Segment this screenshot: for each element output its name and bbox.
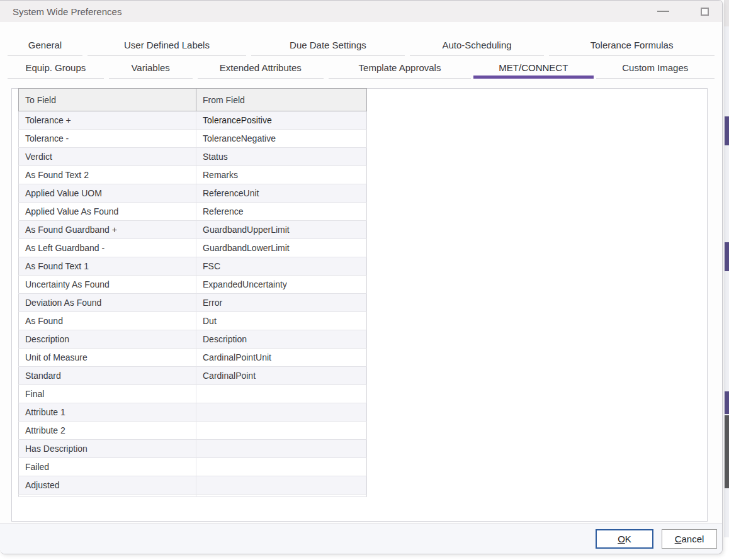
table-row: Attribute 2 [19,422,367,440]
from-field-cell[interactable]: TolerancePositive [196,111,367,130]
column-header-from-field[interactable]: From Field [196,89,367,111]
from-field-cell[interactable]: Reference [196,203,367,221]
background-accent-block [725,391,729,414]
tab-label: Template Approvals [359,62,441,73]
from-field-cell[interactable]: ExpandedUncertainty [196,276,367,294]
to-field-cell[interactable]: As Found Text 1 [19,257,196,276]
tab-label: Due Date Settings [290,40,366,50]
background-dark-block [725,415,729,488]
maximize-button[interactable] [697,4,712,19]
table-row: Applied Value As FoundReference [19,203,367,221]
tab-label: Auto-Scheduling [443,40,512,50]
minimize-button[interactable] [655,4,670,19]
to-field-cell[interactable]: As Found Guardband + [19,221,196,239]
from-field-cell[interactable]: Remarks [196,166,367,184]
to-field-cell[interactable]: Description [19,330,196,349]
tab-met-connect[interactable]: MET/CONNECT [473,56,593,79]
preferences-tab-strip: GeneralUser Defined LabelsDue Date Setti… [0,33,722,79]
tab-label: General [28,40,62,50]
to-field-cell[interactable]: Applied Value As Found [19,203,196,221]
table-row: As Left Guardband -GuardbandLowerLimit [19,239,367,257]
from-field-cell[interactable] [196,403,367,422]
table-row: VerdictStatus [19,148,367,166]
background-accent-block [725,242,729,271]
to-field-cell[interactable]: As Found Text 2 [19,166,196,184]
tab-auto-scheduling[interactable]: Auto-Scheduling [407,33,546,56]
from-field-cell[interactable]: GuardbandLowerLimit [196,239,367,257]
to-field-cell[interactable]: Attribute 2 [19,422,196,440]
to-field-cell[interactable]: Standard [19,367,196,385]
column-header-to-field[interactable]: To Field [19,89,196,111]
dialog-footer: OK Cancel [0,524,722,554]
tab-user-defined-labels[interactable]: User Defined Labels [85,33,249,56]
table-row: Failed [19,458,367,476]
empty-cell [196,495,367,497]
met-connect-panel: To FieldFrom Field Tolerance +ToleranceP… [11,88,708,522]
from-field-cell[interactable]: CardinalPointUnit [196,349,367,367]
tab-label: Extended Attributes [220,62,302,73]
empty-filler-row [19,495,367,497]
tab-equip-groups[interactable]: Equip. Groups [5,56,106,79]
table-row: Unit of MeasureCardinalPointUnit [19,349,367,367]
background-edge-top [724,0,729,26]
window-controls [655,4,712,19]
from-field-cell[interactable] [196,476,367,495]
from-field-cell[interactable]: CardinalPoint [196,367,367,385]
background-window-edge [722,0,729,560]
to-field-cell[interactable]: Deviation As Found [19,294,196,312]
tab-template-approvals[interactable]: Template Approvals [326,56,473,79]
from-field-cell[interactable]: ReferenceUnit [196,184,367,203]
cancel-button[interactable]: Cancel [662,529,717,549]
from-field-cell[interactable] [196,440,367,458]
empty-cell [19,495,196,497]
tab-label: Equip. Groups [25,62,86,73]
to-field-cell[interactable]: Tolerance + [19,111,196,130]
to-field-cell[interactable]: Failed [19,458,196,476]
table-row: Has Description [19,440,367,458]
table-row: Tolerance -ToleranceNegative [19,130,367,148]
system-wide-preferences-dialog: System Wide Preferences GeneralUser Defi… [0,0,723,554]
title-bar[interactable]: System Wide Preferences [0,1,722,22]
from-field-cell[interactable]: Dut [196,312,367,330]
tab-row-1: GeneralUser Defined LabelsDue Date Setti… [0,33,722,56]
to-field-cell[interactable]: Final [19,385,196,403]
tab-label: Custom Images [622,62,688,73]
from-field-cell[interactable]: Error [196,294,367,312]
table-row: DescriptionDescription [19,330,367,349]
tab-due-date-settings[interactable]: Due Date Settings [249,33,407,56]
from-field-cell[interactable]: GuardbandUpperLimit [196,221,367,239]
from-field-cell[interactable]: Status [196,148,367,166]
from-field-cell[interactable]: ToleranceNegative [196,130,367,148]
ok-button[interactable]: OK [596,529,653,549]
to-field-cell[interactable]: Adjusted [19,476,196,495]
from-field-cell[interactable] [196,422,367,440]
to-field-cell[interactable]: Has Description [19,440,196,458]
table-row: Uncertainty As FoundExpandedUncertainty [19,276,367,294]
table-row: Adjusted [19,476,367,495]
to-field-cell[interactable]: Uncertainty As Found [19,276,196,294]
tab-custom-images[interactable]: Custom Images [594,56,717,79]
tab-general[interactable]: General [5,33,85,56]
table-row: Final [19,385,367,403]
to-field-cell[interactable]: Unit of Measure [19,349,196,367]
from-field-cell[interactable]: FSC [196,257,367,276]
from-field-cell[interactable] [196,385,367,403]
tab-extended-attributes[interactable]: Extended Attributes [195,56,326,79]
minimize-icon [657,11,669,12]
to-field-cell[interactable]: As Found [19,312,196,330]
tab-label: User Defined Labels [124,40,210,50]
to-field-cell[interactable]: Attribute 1 [19,403,196,422]
tab-row-2: Equip. GroupsVariablesExtended Attribute… [0,56,722,79]
table-row: Applied Value UOMReferenceUnit [19,184,367,203]
from-field-cell[interactable] [196,458,367,476]
to-field-cell[interactable]: Tolerance - [19,130,196,148]
tab-variables[interactable]: Variables [106,56,195,79]
from-field-cell[interactable]: Description [196,330,367,349]
to-field-cell[interactable]: Verdict [19,148,196,166]
table-row: StandardCardinalPoint [19,367,367,385]
table-row: Deviation As FoundError [19,294,367,312]
to-field-cell[interactable]: Applied Value UOM [19,184,196,203]
tab-tolerance-formulas[interactable]: Tolerance Formulas [546,33,717,56]
table-row: As Found Guardband +GuardbandUpperLimit [19,221,367,239]
to-field-cell[interactable]: As Left Guardband - [19,239,196,257]
